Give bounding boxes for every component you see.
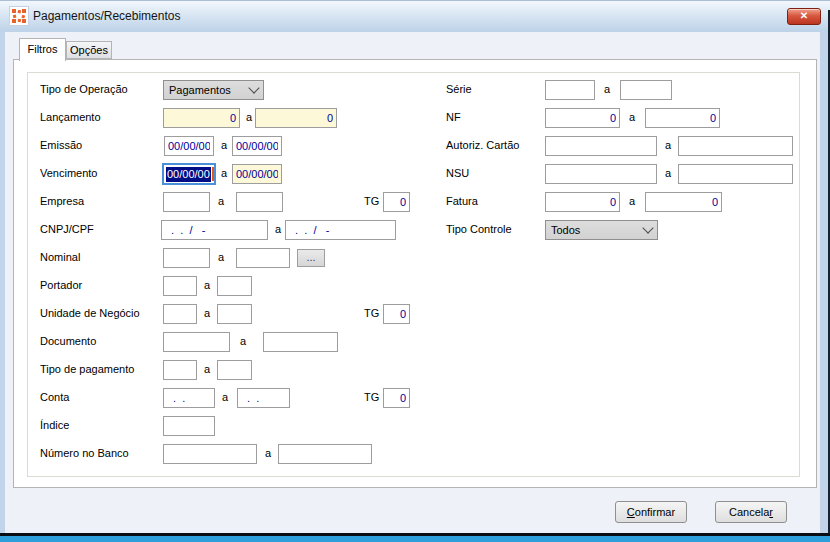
tipo-controle-value: Todos — [551, 224, 580, 236]
fatura-label: Fatura — [446, 195, 478, 207]
empresa-to-input[interactable] — [236, 192, 283, 212]
tipo-de-operacao-value: Pagamentos — [169, 84, 231, 96]
indice-input[interactable] — [163, 416, 215, 436]
lancamento-from-input[interactable] — [163, 108, 240, 128]
range-separator: a — [222, 391, 228, 403]
emissao-label: Emissão — [40, 139, 82, 151]
fatura-to-input[interactable] — [645, 192, 722, 212]
numero-no-banco-from-input[interactable] — [163, 444, 257, 464]
unidade-de-negocio-label: Unidade de Negócio — [40, 307, 140, 319]
autoriz-cartao-from-input[interactable] — [545, 136, 657, 156]
range-separator: a — [218, 195, 224, 207]
tipo-de-pagamento-from-input[interactable] — [163, 360, 197, 380]
confirmar-button[interactable]: Confirmar — [615, 501, 687, 523]
close-button[interactable]: ✕ — [787, 8, 821, 25]
conta-tg-label: TG — [364, 391, 379, 403]
conta-tg-input[interactable] — [383, 388, 410, 408]
fatura-from-input[interactable] — [545, 192, 620, 212]
portador-to-input[interactable] — [217, 276, 252, 296]
unidade-tg-input[interactable] — [383, 304, 410, 324]
vencimento-from-input[interactable]: 00/00/00 — [162, 163, 216, 185]
cnpj-cpf-to-input[interactable] — [285, 220, 396, 240]
window-border-bottom-blue — [0, 536, 830, 542]
serie-to-input[interactable] — [620, 80, 672, 100]
emissao-from-input[interactable] — [164, 136, 214, 156]
nominal-to-input[interactable] — [236, 248, 290, 268]
range-separator: a — [218, 251, 224, 263]
close-icon: ✕ — [800, 10, 808, 21]
range-separator: a — [665, 167, 671, 179]
empresa-tg-label: TG — [364, 195, 379, 207]
nsu-from-input[interactable] — [545, 164, 657, 184]
range-separator: a — [204, 307, 210, 319]
range-separator: a — [629, 111, 635, 123]
nf-label: NF — [446, 111, 461, 123]
autoriz-cartao-to-input[interactable] — [678, 136, 793, 156]
tipo-de-operacao-label: Tipo de Operação — [40, 83, 128, 95]
selected-text: 00/00/00 — [166, 167, 211, 182]
range-separator: a — [221, 139, 227, 151]
filters-groupbox — [27, 72, 800, 477]
tipo-controle-label: Tipo Controle — [446, 223, 512, 235]
serie-label: Série — [446, 83, 472, 95]
unidade-de-negocio-from-input[interactable] — [163, 304, 197, 324]
unidade-de-negocio-to-input[interactable] — [217, 304, 252, 324]
documento-label: Documento — [40, 335, 96, 347]
cnpj-cpf-label: CNPJ/CPF — [40, 223, 94, 235]
conta-from-input[interactable] — [163, 388, 215, 408]
window-border-left — [0, 31, 5, 534]
numero-no-banco-label: Número no Banco — [40, 447, 129, 459]
empresa-from-input[interactable] — [163, 192, 210, 212]
conta-label: Conta — [40, 391, 69, 403]
autoriz-cartao-label: Autoriz. Cartão — [446, 139, 519, 151]
window-border-right — [820, 31, 828, 534]
text-caret — [212, 167, 214, 181]
cancelar-button[interactable]: Cancelar — [715, 501, 787, 523]
nsu-to-input[interactable] — [678, 164, 793, 184]
nf-from-input[interactable] — [545, 108, 620, 128]
empresa-tg-input[interactable] — [383, 192, 410, 212]
tab-filtros[interactable]: Filtros — [19, 38, 66, 61]
range-separator: a — [665, 139, 671, 151]
conta-to-input[interactable] — [237, 388, 290, 408]
empresa-label: Empresa — [40, 195, 84, 207]
app-icon — [9, 6, 29, 26]
emissao-to-input[interactable] — [232, 136, 282, 156]
documento-to-input[interactable] — [263, 332, 338, 352]
range-separator: a — [604, 83, 610, 95]
nominal-browse-button[interactable]: ... — [297, 249, 325, 267]
nominal-label: Nominal — [40, 251, 80, 263]
range-separator: a — [265, 447, 271, 459]
range-separator: a — [221, 167, 227, 179]
nsu-label: NSU — [446, 167, 469, 179]
pagamentos-recebimentos-window: { "window": { "title": "Pagamentos/Receb… — [0, 0, 830, 542]
serie-from-input[interactable] — [545, 80, 595, 100]
lancamento-label: Lançamento — [40, 111, 101, 123]
window-title: Pagamentos/Recebimentos — [33, 9, 180, 23]
nominal-from-input[interactable] — [163, 248, 210, 268]
tipo-de-operacao-select[interactable]: Pagamentos — [163, 80, 264, 100]
tipo-de-pagamento-label: Tipo de pagamento — [40, 363, 134, 375]
numero-no-banco-to-input[interactable] — [278, 444, 372, 464]
range-separator: a — [240, 335, 246, 347]
documento-from-input[interactable] — [163, 332, 230, 352]
tipo-de-pagamento-to-input[interactable] — [217, 360, 252, 380]
chevron-down-icon — [642, 222, 653, 233]
lancamento-to-input[interactable] — [255, 108, 337, 128]
range-separator: a — [204, 363, 210, 375]
vencimento-label: Vencimento — [40, 167, 97, 179]
range-separator: a — [629, 195, 635, 207]
tipo-controle-select[interactable]: Todos — [545, 220, 658, 240]
indice-label: Índice — [40, 419, 69, 431]
vencimento-to-input[interactable] — [232, 164, 282, 184]
portador-label: Portador — [40, 279, 82, 291]
nf-to-input[interactable] — [645, 108, 720, 128]
chevron-down-icon — [248, 82, 259, 93]
range-separator: a — [275, 223, 281, 235]
range-separator: a — [204, 279, 210, 291]
range-separator: a — [246, 111, 252, 123]
tab-opcoes[interactable]: Opções — [66, 41, 112, 59]
portador-from-input[interactable] — [163, 276, 197, 296]
unidade-tg-label: TG — [364, 307, 379, 319]
cnpj-cpf-from-input[interactable] — [161, 220, 268, 240]
